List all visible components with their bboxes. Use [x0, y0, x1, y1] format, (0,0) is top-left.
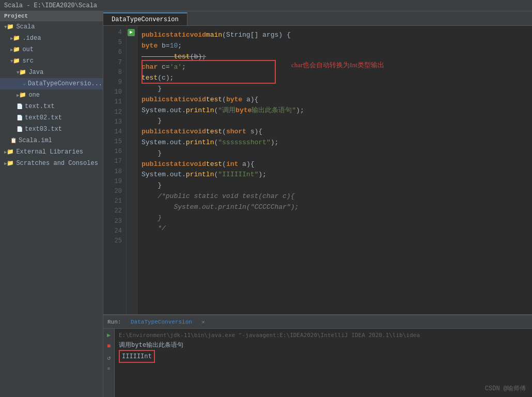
method-name: test — [206, 159, 222, 170]
editor-tab-datatypeconversion[interactable]: DataTypeConversion — [103, 12, 187, 25]
code-line-15: } — [142, 148, 532, 159]
editor-tabs: DataTypeConversion — [103, 11, 532, 26]
line-number-20: 20 — [105, 187, 122, 196]
run-scroll-button[interactable]: ≡ — [105, 365, 113, 373]
code-area: 45678910111213141516171819202122232425 ▶… — [103, 26, 532, 314]
sidebar-item-java-folder[interactable]: ▼📁Java — [0, 67, 103, 78]
gutter-cell-11 — [128, 91, 136, 101]
keyword: void — [190, 95, 206, 105]
tree-item-label: Scala.iml — [19, 136, 52, 145]
project-tree: ▼📁Scala▶📁.idea▶📁out▼📁src▼📁Java☕DataTypeC… — [0, 21, 103, 169]
code-line-23: */ — [142, 223, 532, 234]
number-literal: 10 — [170, 41, 178, 52]
line-number-11: 11 — [105, 97, 122, 107]
line-number-8: 8 — [105, 68, 122, 78]
gutter-area: ▶ — [127, 26, 137, 314]
strikethrough-text: test(b); — [142, 52, 206, 63]
keyword: byte — [226, 95, 242, 105]
sidebar-item-one-folder[interactable]: ▶📁one — [0, 89, 103, 101]
comment-text: */ — [142, 223, 166, 234]
tree-item-label: text02.txt — [25, 113, 62, 123]
gutter-cell-4: ▶ — [128, 28, 136, 37]
sidebar-item-text-txt[interactable]: 📄text.txt — [0, 101, 103, 112]
line-number-7: 7 — [105, 58, 122, 68]
keyword: public — [142, 30, 166, 41]
code-content[interactable]: public static void main(String[] args) {… — [137, 26, 532, 314]
gutter-cell-18 — [128, 155, 136, 164]
sidebar-item-src-folder[interactable]: ▼📁src — [0, 55, 103, 67]
keyword: void — [190, 159, 206, 170]
folder-icon: 📁 — [7, 160, 14, 166]
line-number-19: 19 — [105, 177, 122, 187]
run-body: ▶ ■ ↺ ≡ E:\Environment\jdk-11\bin\java.e… — [103, 329, 532, 397]
run-label: Run: — [107, 319, 121, 325]
keyword: public — [142, 159, 166, 170]
code-line-21: System.out.println("CCCCChar"); — [142, 202, 532, 213]
line-number-13: 13 — [105, 117, 122, 127]
code-line-11: System.out.println("调用byte输出此条语句"); — [142, 105, 532, 116]
sidebar-item-datatypeconv-file[interactable]: ☕DataTypeConversio... — [0, 78, 103, 89]
sidebar-item-scratches[interactable]: ▶📁Scratches and Consoles — [0, 158, 103, 169]
method-name: println — [186, 138, 214, 148]
keyword: short — [226, 127, 246, 138]
gutter-cell-22 — [128, 192, 136, 201]
line-number-17: 17 — [105, 157, 122, 166]
gutter-cell-14 — [128, 119, 136, 128]
gutter-cell-23 — [128, 201, 136, 210]
tree-item-label: text.txt — [25, 102, 55, 111]
char-literal: 'a' — [170, 62, 182, 73]
keyword: void — [190, 30, 206, 41]
code-line-22: } — [142, 213, 532, 224]
txt-file-icon: 📄 — [17, 115, 23, 121]
tree-item-label: src — [22, 56, 34, 66]
string-literal: "ssssssshort" — [218, 138, 270, 148]
gutter-cell-21 — [128, 182, 136, 192]
code-line-19: } — [142, 180, 532, 191]
tree-item-label: one — [28, 90, 40, 100]
method-name: println — [186, 105, 214, 116]
tree-item-label: Scratches and Consoles — [16, 159, 98, 168]
method-name: test — [174, 53, 190, 60]
code-line-14: System.out.println("ssssssshort"); — [142, 138, 532, 148]
editor-area: DataTypeConversion 456789101112131415161… — [103, 11, 532, 397]
line-number-18: 18 — [105, 167, 122, 177]
line-number-24: 24 — [105, 226, 122, 236]
keyword: static — [166, 159, 190, 170]
sidebar-item-scala-iml[interactable]: 📋Scala.iml — [0, 135, 103, 146]
run-close-icon[interactable]: ✕ — [201, 319, 205, 325]
run-rerun-button[interactable]: ↺ — [105, 354, 113, 362]
sidebar-item-text03-txt[interactable]: 📄text03.txt — [0, 124, 103, 135]
run-output-highlighted: IIIIIInt — [119, 350, 155, 363]
gutter-cell-12 — [128, 101, 136, 110]
class-name: System — [142, 170, 166, 180]
folder-icon: 📁 — [13, 58, 20, 64]
sidebar-item-idea-folder[interactable]: ▶📁.idea — [0, 33, 103, 44]
gutter-cell-8 — [128, 64, 136, 73]
run-output-line-1: IIIIIInt — [119, 350, 528, 363]
gutter-cell-13 — [128, 110, 136, 119]
gutter-cell-7 — [128, 55, 136, 65]
code-line-20: /*public static void test(char c){ — [142, 191, 532, 202]
code-annotation-label: char也会自动转换为Int类型输出 — [291, 60, 384, 71]
code-line-8: test(c); — [142, 73, 532, 84]
tab-label: DataTypeConversion — [112, 16, 179, 23]
sidebar-item-scala-root[interactable]: ▼📁Scala — [0, 21, 103, 33]
keyword: static — [166, 95, 190, 105]
sidebar: Project ▼📁Scala▶📁.idea▶📁out▼📁src▼📁Java☕D… — [0, 11, 103, 397]
txt-file-icon: 📄 — [17, 127, 23, 132]
title-text: Scala - E:\IDEA2020\Scala — [4, 2, 97, 9]
sidebar-item-out-folder[interactable]: ▶📁out — [0, 44, 103, 55]
sidebar-title: Project — [0, 11, 103, 21]
sidebar-item-ext-libs[interactable]: ▶📁External Libraries — [0, 146, 103, 158]
sidebar-item-text02-txt[interactable]: 📄text02.txt — [0, 112, 103, 124]
line-numbers: 45678910111213141516171819202122232425 — [103, 26, 127, 314]
run-tabs: Run: DataTypeConversion ✕ — [103, 315, 532, 329]
gutter-cell-16 — [128, 137, 136, 146]
title-bar: Scala - E:\IDEA2020\Scala — [0, 0, 532, 11]
run-play-button[interactable]: ▶ — [105, 331, 113, 339]
folder-icon: 📁 — [7, 24, 14, 30]
line-number-4: 4 — [105, 28, 122, 38]
gutter-cell-20 — [128, 174, 136, 183]
run-gutter-icon[interactable]: ▶ — [128, 29, 135, 36]
run-stop-button[interactable]: ■ — [105, 342, 113, 350]
